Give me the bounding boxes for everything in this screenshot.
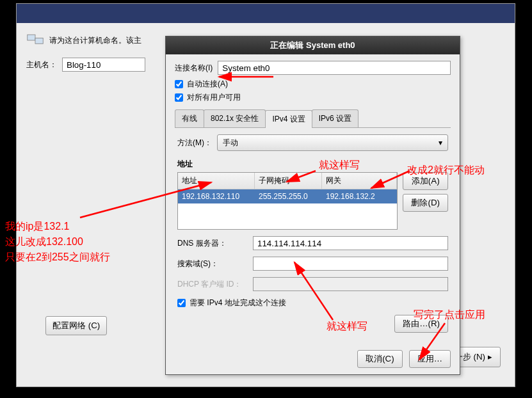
hostname-label: 主机名： (26, 60, 57, 70)
delete-button[interactable]: 删除(D) (403, 194, 448, 212)
all-users-label: 对所有用户可用 (187, 92, 241, 103)
tabs: 有线 802.1x 安全性 IPv4 设置 IPv6 设置 (175, 109, 451, 128)
require-ipv4-label: 需要 IPv4 地址完成这个连接 (189, 298, 286, 308)
instruction-text: 请为这台计算机命名。该主 (49, 35, 141, 46)
dialog-title: 正在编辑 System eth0 (166, 36, 460, 54)
auto-connect-checkbox[interactable] (175, 80, 183, 88)
hostname-input[interactable] (62, 58, 145, 72)
require-ipv4-checkbox[interactable] (177, 299, 186, 307)
cell-gateway: 192.168.132.2 (322, 189, 397, 203)
method-dropdown[interactable]: 手动 ▾ (217, 134, 448, 151)
table-row[interactable]: 192.168.132.110 255.255.255.0 192.168.13… (178, 189, 397, 203)
tab-ipv4[interactable]: IPv4 设置 (265, 110, 312, 128)
dns-input[interactable] (253, 236, 448, 250)
address-table[interactable]: 地址 子网掩码 网关 192.168.132.110 255.255.255.0… (177, 172, 398, 230)
arrow-right-icon: ▸ (488, 352, 492, 362)
method-value: 手动 (223, 138, 238, 148)
addresses-label: 地址 (177, 159, 448, 170)
all-users-checkbox[interactable] (175, 93, 183, 102)
dns-label: DNS 服务器： (177, 238, 248, 249)
method-label: 方法(M)： (177, 138, 212, 148)
search-label: 搜索域(S)： (177, 259, 248, 269)
config-network-button[interactable]: 配置网络 (C) (45, 316, 107, 335)
cell-netmask: 255.255.255.0 (255, 189, 322, 203)
search-input[interactable] (253, 257, 448, 271)
conn-name-input[interactable] (218, 61, 451, 75)
dhcp-label: DHCP 客户端 ID： (177, 279, 248, 290)
cancel-button[interactable]: 取消(C) (357, 350, 403, 368)
tab-wired[interactable]: 有线 (175, 109, 204, 127)
network-edit-dialog: 正在编辑 System eth0 连接名称(I) 自动连接(A) 对所有用户可用… (165, 36, 460, 375)
cell-address: 192.168.132.110 (178, 189, 255, 203)
route-button[interactable]: 路由…(R) (394, 315, 448, 333)
dhcp-input (253, 277, 448, 291)
add-button[interactable]: 添加(A) (403, 172, 448, 190)
apply-button[interactable]: 应用… (409, 350, 451, 368)
tab-security[interactable]: 802.1x 安全性 (204, 109, 266, 127)
installer-header (17, 4, 515, 23)
col-netmask: 子网掩码 (255, 173, 322, 189)
svg-rect-0 (28, 35, 35, 40)
computer-icon (26, 33, 44, 48)
auto-connect-label: 自动连接(A) (187, 79, 228, 90)
col-gateway: 网关 (322, 173, 397, 189)
svg-rect-1 (35, 38, 43, 44)
col-address: 地址 (178, 173, 255, 189)
tab-ipv6[interactable]: IPv6 设置 (312, 109, 359, 127)
conn-name-label: 连接名称(I) (175, 63, 213, 74)
table-header: 地址 子网掩码 网关 (178, 173, 397, 189)
chevron-down-icon: ▾ (439, 138, 442, 147)
